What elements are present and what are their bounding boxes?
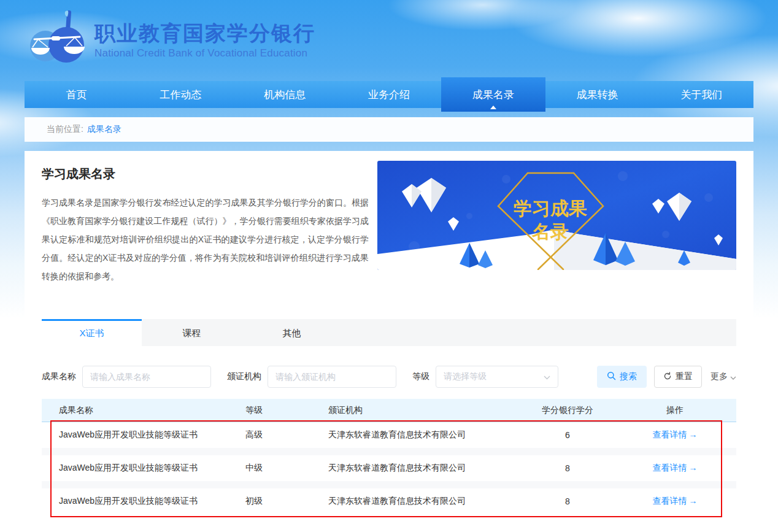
org-filter-input[interactable] xyxy=(268,366,396,388)
table-header-row: 成果名称 等级 颁证机构 学分银行学分 操作 xyxy=(42,399,736,422)
cert-level: 中级 xyxy=(245,463,328,474)
nav-item-home[interactable]: 首页 xyxy=(25,81,129,108)
intro-section: 学习成果名录 学习成果名录是国家学分银行发布经过认定的学习成果及其学分银行学分的… xyxy=(42,161,736,285)
table-row: JavaWeb应用开发职业技能等级证书 初级 天津东软睿道教育信息技术有限公司 … xyxy=(42,488,736,514)
site-logo[interactable]: 职业教育国家学分银行 National Credit Bank of Vocat… xyxy=(28,9,315,72)
more-filters-toggle[interactable]: 更多 xyxy=(711,371,736,382)
arrow-right-icon: → xyxy=(689,496,698,506)
page-shell: 职业教育国家学分银行 National Credit Bank of Vocat… xyxy=(25,0,753,532)
cert-credits: 8 xyxy=(522,463,614,473)
org-filter-label: 颁证机构 xyxy=(227,371,261,382)
col-header-credits: 学分银行学分 xyxy=(522,405,614,416)
cert-org: 天津东软睿道教育信息技术有限公司 xyxy=(328,430,522,441)
col-header-org: 颁证机构 xyxy=(328,405,522,416)
credit-bank-scales-logo-icon xyxy=(28,9,86,72)
cert-org: 天津东软睿道教育信息技术有限公司 xyxy=(328,463,522,474)
reset-button[interactable]: 重置 xyxy=(654,366,702,388)
brand-text: 职业教育国家学分银行 National Credit Bank of Vocat… xyxy=(94,21,315,60)
site-title: 职业教育国家学分银行 xyxy=(94,21,315,45)
name-filter-label: 成果名称 xyxy=(42,371,76,382)
filter-bar: 成果名称 颁证机构 等级 请选择等级 搜索 xyxy=(42,366,736,388)
view-details-link[interactable]: 查看详情→ xyxy=(653,430,698,439)
nav-item-services[interactable]: 业务介绍 xyxy=(337,81,441,108)
tab-other[interactable]: 其他 xyxy=(242,319,342,346)
nav-item-about[interactable]: 关于我们 xyxy=(649,81,753,108)
cert-name: JavaWeb应用开发职业技能等级证书 xyxy=(42,463,245,474)
page-title: 学习成果名录 xyxy=(42,166,369,182)
cert-org: 天津东软睿道教育信息技术有限公司 xyxy=(328,496,522,507)
nav-item-achievement-list[interactable]: 成果名录 xyxy=(441,77,545,112)
arrow-right-icon: → xyxy=(689,430,698,439)
svg-text:学习成果: 学习成果 xyxy=(514,198,587,218)
level-filter-label: 等级 xyxy=(412,371,429,382)
nav-item-institutions[interactable]: 机构信息 xyxy=(233,81,337,108)
results-table: 成果名称 等级 颁证机构 学分银行学分 操作 JavaWeb应用开发职业技能等级… xyxy=(42,399,736,514)
level-select-placeholder: 请选择等级 xyxy=(444,371,487,382)
table-body: JavaWeb应用开发职业技能等级证书 高级 天津东软睿道教育信息技术有限公司 … xyxy=(42,422,736,514)
name-filter-input[interactable] xyxy=(82,366,211,388)
main-nav: 首页 工作动态 机构信息 业务介绍 成果名录 成果转换 关于我们 xyxy=(25,81,753,108)
col-header-action: 操作 xyxy=(614,405,736,416)
breadcrumb-prefix: 当前位置: xyxy=(47,124,83,135)
intro-paragraph: 学习成果名录是国家学分银行发布经过认定的学习成果及其学分银行学分的窗口。根据《职… xyxy=(42,193,369,285)
content-card: 学习成果名录 学习成果名录是国家学分银行发布经过认定的学习成果及其学分银行学分的… xyxy=(25,151,753,532)
search-icon xyxy=(607,371,616,382)
cert-level: 高级 xyxy=(245,430,328,441)
table-row: JavaWeb应用开发职业技能等级证书 高级 天津东软睿道教育信息技术有限公司 … xyxy=(42,422,736,448)
nav-item-news[interactable]: 工作动态 xyxy=(129,81,233,108)
cert-name: JavaWeb应用开发职业技能等级证书 xyxy=(42,430,245,441)
cert-credits: 6 xyxy=(522,430,614,440)
chevron-down-icon xyxy=(730,372,736,382)
col-header-name: 成果名称 xyxy=(42,405,245,416)
search-button[interactable]: 搜索 xyxy=(597,366,647,388)
chevron-down-icon xyxy=(544,372,550,382)
table-row: JavaWeb应用开发职业技能等级证书 中级 天津东软睿道教育信息技术有限公司 … xyxy=(42,455,736,481)
level-select[interactable]: 请选择等级 xyxy=(436,366,558,388)
site-subtitle: National Credit Bank of Vocational Educa… xyxy=(94,47,315,60)
cert-credits: 8 xyxy=(522,496,614,506)
tab-x-certificate[interactable]: X证书 xyxy=(42,319,142,346)
category-tabs: X证书 课程 其他 xyxy=(42,319,736,346)
tab-courses[interactable]: 课程 xyxy=(142,319,242,346)
view-details-link[interactable]: 查看详情→ xyxy=(653,463,698,472)
nav-item-conversion[interactable]: 成果转换 xyxy=(545,81,650,108)
active-nav-caret-icon xyxy=(490,106,496,109)
breadcrumb-current-link[interactable]: 成果名录 xyxy=(87,124,121,135)
achievement-banner: 学习成果 名录 xyxy=(377,161,736,270)
site-header: 职业教育国家学分银行 National Credit Bank of Vocat… xyxy=(25,0,753,81)
view-details-link[interactable]: 查看详情→ xyxy=(653,496,698,506)
svg-text:名录: 名录 xyxy=(531,222,569,242)
filter-actions: 搜索 重置 更多 xyxy=(597,366,736,388)
breadcrumb: 当前位置: 成果名录 xyxy=(25,117,753,142)
refresh-icon xyxy=(663,372,672,382)
cert-name: JavaWeb应用开发职业技能等级证书 xyxy=(42,496,245,507)
intro-text-block: 学习成果名录 学习成果名录是国家学分银行发布经过认定的学习成果及其学分银行学分的… xyxy=(42,161,369,285)
arrow-right-icon: → xyxy=(689,463,698,472)
cert-level: 初级 xyxy=(245,496,328,507)
col-header-level: 等级 xyxy=(245,405,328,416)
